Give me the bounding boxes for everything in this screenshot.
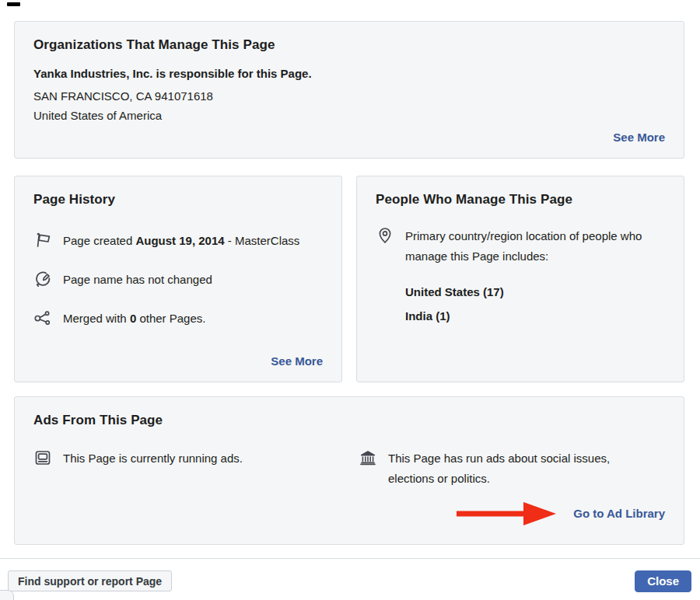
org-see-more-link[interactable]: See More [613, 131, 665, 144]
page-name-row: Page name has not changed [33, 270, 323, 288]
screenshot-crop-artifact [7, 2, 20, 6]
people-manage-title: People Who Manage This Page [376, 192, 665, 208]
merge-icon [33, 309, 52, 327]
ads-card-title: Ads From This Page [33, 413, 665, 428]
flag-icon [33, 231, 52, 249]
close-button[interactable]: Close [635, 570, 691, 592]
page-history-card: Page History Page created August 19, 201… [14, 176, 342, 382]
go-to-ad-library-link[interactable]: Go to Ad Library [573, 507, 665, 520]
history-see-more-link[interactable]: See More [271, 354, 323, 368]
organizations-card: Organizations That Manage This Page Yank… [14, 21, 684, 159]
running-ads-text: This Page is currently running ads. [63, 452, 243, 465]
merged-text: Merged with 0 other Pages. [63, 312, 205, 325]
merged-count: 0 [130, 312, 136, 325]
organizations-card-title: Organizations That Manage This Page [33, 37, 665, 53]
ads-card: Ads From This Page This Page is currentl… [14, 396, 684, 545]
find-support-button[interactable]: Find support or report Page [8, 570, 172, 591]
edit-pencil-icon [33, 270, 52, 288]
location-row: Primary country/region location of peopl… [376, 226, 665, 267]
partial-button-edge [0, 590, 14, 600]
page-created-row: Page created August 19, 2014 - MasterCla… [33, 231, 323, 249]
page-history-title: Page History [33, 192, 323, 208]
responsible-org-text: Yanka Industries, Inc. is responsible fo… [33, 67, 665, 80]
political-ads-text: This Page has run ads about social issue… [388, 448, 645, 489]
page-created-date: August 19, 2014 [135, 234, 224, 247]
people-manage-card: People Who Manage This Page Primary coun… [356, 176, 684, 382]
red-arrow-annotation [455, 501, 558, 525]
political-ads-row: This Page has run ads about social issue… [359, 448, 665, 489]
merged-row: Merged with 0 other Pages. [33, 309, 323, 327]
footer-divider [0, 558, 700, 559]
org-address-line1: SAN FRANCISCO, CA 941071618 [33, 86, 665, 106]
org-address-line2: United States of America [33, 106, 665, 125]
bank-building-icon [359, 448, 377, 467]
page-name-text: Page name has not changed [63, 273, 212, 286]
page-created-text: Page created August 19, 2014 - MasterCla… [63, 234, 299, 247]
country-list: United States (17) India (1) [405, 285, 665, 323]
location-text: Primary country/region location of peopl… [405, 226, 663, 267]
ad-screen-icon [33, 448, 52, 467]
running-ads-row: This Page is currently running ads. [33, 448, 359, 467]
location-pin-icon [376, 226, 394, 245]
country-item-india: India (1) [405, 309, 665, 323]
country-item-us: United States (17) [405, 285, 665, 298]
